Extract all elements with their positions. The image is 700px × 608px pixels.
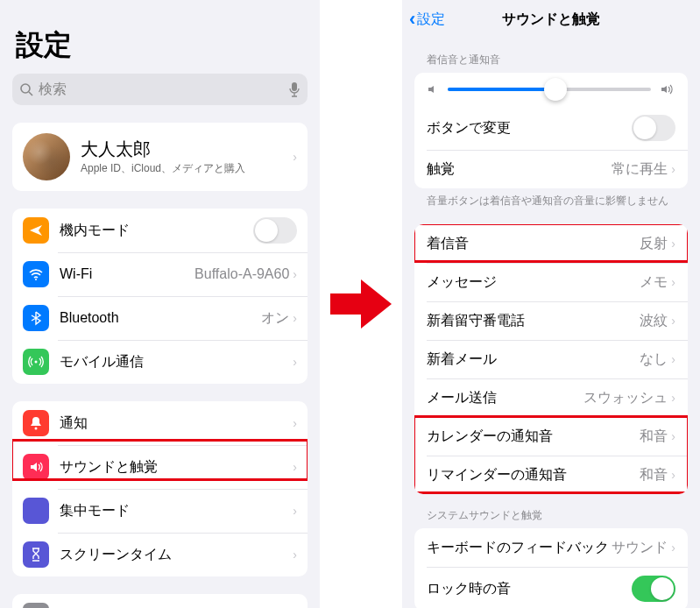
profile-subtitle: Apple ID、iCloud、メディアと購入 bbox=[81, 161, 293, 176]
chevron-right-icon: › bbox=[293, 548, 297, 562]
settings-screen: 設定 検索 大人太郎 Apple ID、iCloud、メディアと購入 › 機内モ… bbox=[0, 0, 320, 608]
section-header: システムサウンドと触覚 bbox=[402, 494, 700, 528]
volume-slider[interactable] bbox=[448, 88, 651, 91]
chevron-right-icon: › bbox=[671, 468, 675, 482]
svg-point-4 bbox=[35, 361, 38, 364]
sounds-haptics-row[interactable]: サウンドと触覚 › bbox=[12, 445, 308, 489]
sounds-screen: ‹ 設定 サウンドと触覚 着信音と通知音 ボタンで変更 触覚 常に再生 › 音量… bbox=[402, 0, 700, 608]
svg-point-3 bbox=[35, 279, 37, 280]
cellular-icon bbox=[23, 349, 49, 375]
general-row[interactable]: 一般 › bbox=[12, 594, 308, 608]
nav-title: サウンドと触覚 bbox=[502, 11, 600, 29]
connectivity-group: 機内モード Wi-Fi Buffalo-A-9A60 › Bluetooth オ… bbox=[12, 209, 308, 384]
chevron-right-icon: › bbox=[293, 150, 297, 164]
keyboard-feedback-row[interactable]: キーボードのフィードバック サウンド › bbox=[414, 528, 688, 567]
cellular-row[interactable]: モバイル通信 › bbox=[12, 340, 308, 384]
focus-row[interactable]: 集中モード › bbox=[12, 489, 308, 533]
gear-icon bbox=[23, 603, 49, 608]
chevron-right-icon: › bbox=[293, 267, 297, 281]
svg-point-0 bbox=[21, 84, 30, 93]
chevron-left-icon: ‹ bbox=[409, 8, 415, 31]
reminder-row[interactable]: リマインダーの通知音和音› bbox=[414, 456, 688, 494]
chevron-right-icon: › bbox=[671, 237, 675, 251]
chevron-right-icon: › bbox=[293, 504, 297, 518]
chevron-right-icon: › bbox=[671, 429, 675, 443]
ringtone-row[interactable]: 着信音反射› bbox=[414, 224, 688, 263]
section-footer: 音量ボタンは着信音や通知音の音量に影響しません bbox=[402, 188, 700, 209]
lock-sound-toggle[interactable] bbox=[632, 576, 675, 602]
general-group: 一般 › bbox=[12, 594, 308, 608]
volume-group: ボタンで変更 触覚 常に再生 › bbox=[414, 73, 688, 188]
speaker-icon bbox=[23, 454, 49, 480]
haptics-row[interactable]: 触覚 常に再生 › bbox=[414, 150, 688, 188]
chevron-right-icon: › bbox=[671, 162, 675, 176]
airplane-mode-row[interactable]: 機内モード bbox=[12, 209, 308, 252]
bluetooth-icon bbox=[23, 305, 49, 331]
chevron-right-icon: › bbox=[671, 275, 675, 289]
airplane-icon bbox=[23, 217, 49, 244]
page-title: 設定 bbox=[0, 0, 320, 74]
profile-name: 大人太郎 bbox=[81, 138, 293, 161]
hourglass-icon bbox=[23, 541, 49, 568]
arrow-indicator bbox=[320, 0, 402, 608]
nav-bar: ‹ 設定 サウンドと触覚 bbox=[402, 0, 700, 39]
volume-low-icon bbox=[427, 83, 439, 95]
svg-point-5 bbox=[35, 428, 38, 430]
mic-icon[interactable] bbox=[288, 81, 301, 97]
avatar bbox=[23, 133, 70, 180]
airplane-toggle[interactable] bbox=[253, 217, 297, 244]
message-row[interactable]: メッセージメモ› bbox=[414, 263, 688, 301]
bell-icon bbox=[23, 410, 49, 436]
search-icon bbox=[19, 82, 33, 96]
slider-thumb[interactable] bbox=[544, 78, 567, 101]
lock-sound-row[interactable]: ロック時の音 bbox=[414, 567, 688, 608]
notifications-row[interactable]: 通知 › bbox=[12, 401, 308, 445]
screentime-row[interactable]: スクリーンタイム › bbox=[12, 533, 308, 576]
wifi-row[interactable]: Wi-Fi Buffalo-A-9A60 › bbox=[12, 252, 308, 296]
search-placeholder: 検索 bbox=[39, 81, 288, 99]
chevron-right-icon: › bbox=[293, 311, 297, 325]
notifications-group: 通知 › サウンドと触覚 › 集中モード › スクリーンタイム › bbox=[12, 401, 308, 576]
voicemail-row[interactable]: 新着留守番電話波紋› bbox=[414, 301, 688, 340]
chevron-right-icon: › bbox=[293, 416, 297, 430]
arrow-right-icon bbox=[330, 278, 392, 330]
svg-line-1 bbox=[29, 92, 32, 95]
bluetooth-row[interactable]: Bluetooth オン › bbox=[12, 296, 308, 340]
search-input[interactable]: 検索 bbox=[12, 74, 308, 105]
newmail-row[interactable]: 新着メールなし› bbox=[414, 340, 688, 378]
wifi-icon bbox=[23, 261, 49, 287]
volume-high-icon bbox=[660, 83, 675, 95]
moon-icon bbox=[23, 498, 49, 524]
system-sounds-group: キーボードのフィードバック サウンド › ロック時の音 bbox=[414, 528, 688, 608]
chevron-right-icon: › bbox=[671, 391, 675, 405]
chevron-right-icon: › bbox=[293, 460, 297, 474]
chevron-right-icon: › bbox=[671, 314, 675, 328]
sounds-group: 着信音反射› メッセージメモ› 新着留守番電話波紋› 新着メールなし› メール送… bbox=[414, 224, 688, 494]
chevron-right-icon: › bbox=[671, 352, 675, 366]
back-button[interactable]: ‹ 設定 bbox=[409, 8, 445, 31]
sentmail-row[interactable]: メール送信スウォッシュ› bbox=[414, 378, 688, 417]
button-change-row[interactable]: ボタンで変更 bbox=[414, 106, 688, 150]
chevron-right-icon: › bbox=[671, 541, 675, 555]
svg-rect-2 bbox=[292, 82, 297, 91]
chevron-right-icon: › bbox=[293, 355, 297, 369]
profile-card[interactable]: 大人太郎 Apple ID、iCloud、メディアと購入 › bbox=[12, 123, 308, 191]
volume-slider-row bbox=[414, 73, 688, 106]
section-header: 着信音と通知音 bbox=[402, 39, 700, 73]
button-change-toggle[interactable] bbox=[632, 115, 675, 141]
calendar-row[interactable]: カレンダーの通知音和音› bbox=[414, 417, 688, 456]
